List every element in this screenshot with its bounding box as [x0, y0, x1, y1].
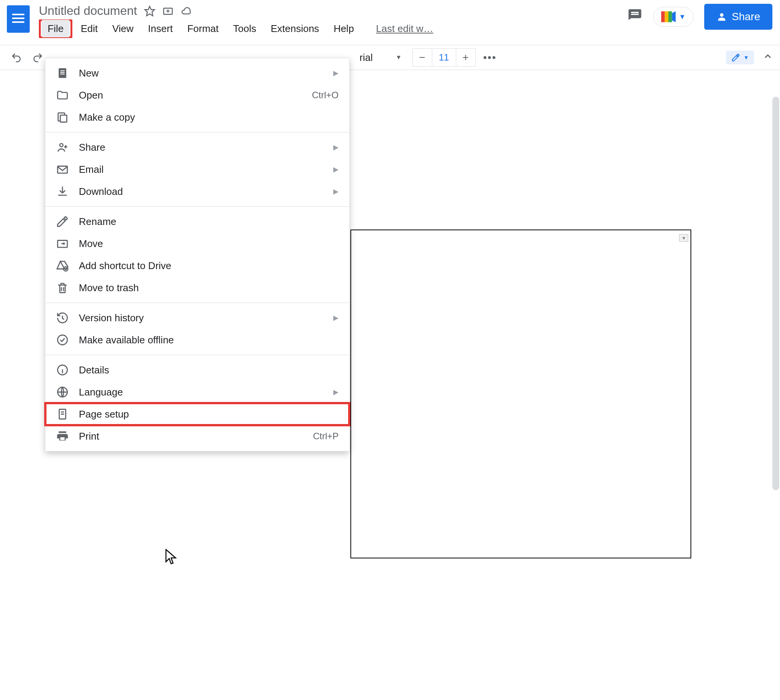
menu-item-rename[interactable]: Rename — [45, 210, 349, 233]
menu-item-make-a-copy[interactable]: Make a copy — [45, 106, 349, 128]
menu-format[interactable]: Format — [181, 20, 225, 38]
menu-item-version-history[interactable]: Version history▶ — [45, 307, 349, 329]
chevron-down-icon: ▼ — [679, 13, 686, 21]
font-size-input[interactable] — [432, 49, 456, 66]
print-icon — [56, 430, 69, 443]
submenu-arrow-icon: ▶ — [333, 388, 339, 396]
vertical-scrollbar[interactable] — [772, 97, 779, 490]
menu-extensions[interactable]: Extensions — [265, 20, 325, 38]
toolbar-overflow[interactable]: ••• — [483, 52, 497, 63]
doc-icon — [56, 67, 69, 80]
offline-icon — [56, 333, 69, 347]
font-size-decrease[interactable]: − — [413, 49, 432, 66]
submenu-arrow-icon: ▶ — [333, 165, 339, 173]
move-icon — [56, 237, 69, 250]
svg-rect-8 — [60, 72, 64, 73]
menu-item-move-to-trash[interactable]: Move to trash — [45, 277, 349, 299]
share-label: Share — [732, 11, 760, 23]
last-edit-link[interactable]: Last edit w… — [376, 23, 433, 35]
menu-item-label: Make available offline — [79, 334, 339, 346]
chevron-down-icon: ▼ — [743, 55, 749, 60]
svg-rect-3 — [665, 12, 669, 22]
star-icon[interactable] — [144, 5, 155, 17]
menu-item-label: Add shortcut to Drive — [79, 260, 339, 272]
menu-separator — [45, 206, 349, 207]
menu-separator — [45, 355, 349, 355]
redo-button[interactable] — [28, 52, 47, 63]
menu-item-label: Move — [79, 238, 339, 250]
docs-logo[interactable] — [7, 5, 30, 33]
svg-point-11 — [60, 143, 63, 147]
menu-item-page-setup[interactable]: Page setup — [45, 403, 349, 425]
trash-icon — [56, 281, 69, 294]
menu-item-label: Email — [79, 164, 329, 175]
menu-item-new[interactable]: New▶ — [45, 62, 349, 84]
collapse-toolbar-button[interactable] — [762, 51, 773, 64]
drive-add-icon — [56, 259, 69, 272]
page-outline: ▾ — [351, 230, 691, 558]
cloud-status-icon[interactable] — [180, 5, 192, 17]
menu-item-label: Page setup — [79, 408, 339, 420]
menu-item-label: Language — [79, 387, 329, 398]
menu-item-move[interactable]: Move — [45, 233, 349, 255]
download-icon — [56, 185, 69, 198]
pencil-icon — [56, 215, 69, 228]
menu-item-label: Rename — [79, 216, 339, 228]
svg-rect-2 — [661, 12, 665, 22]
edit-mode-dropdown[interactable]: ▼ — [726, 51, 754, 64]
submenu-arrow-icon: ▶ — [333, 69, 339, 77]
menu-item-add-shortcut-to-drive[interactable]: Add shortcut to Drive — [45, 255, 349, 277]
menu-item-share[interactable]: Share▶ — [45, 136, 349, 158]
menu-item-email[interactable]: Email▶ — [45, 158, 349, 180]
menu-file[interactable]: File — [42, 20, 70, 37]
copy-icon — [56, 111, 69, 124]
font-family-dropdown[interactable]: rial ▼ — [359, 52, 406, 63]
move-icon[interactable] — [162, 5, 174, 17]
font-family-label: rial — [359, 52, 373, 63]
svg-rect-6 — [58, 68, 66, 78]
comments-button[interactable] — [627, 8, 643, 25]
menu-separator — [45, 132, 349, 132]
menu-item-shortcut: Ctrl+P — [313, 431, 339, 442]
share-button[interactable]: Share — [704, 4, 772, 30]
menu-item-label: Details — [79, 364, 339, 376]
submenu-arrow-icon: ▶ — [333, 313, 339, 322]
page-icon — [56, 408, 69, 421]
header: Untitled document File Edit View Insert … — [0, 0, 780, 38]
menu-item-label: Make a copy — [79, 112, 339, 123]
menu-help[interactable]: Help — [327, 20, 360, 38]
menu-item-details[interactable]: Details — [45, 359, 349, 381]
font-size-increase[interactable]: + — [456, 49, 475, 66]
menu-item-download[interactable]: Download▶ — [45, 180, 349, 203]
file-menu-highlight: File — [39, 19, 72, 38]
submenu-arrow-icon: ▶ — [333, 187, 339, 196]
document-title[interactable]: Untitled document — [39, 4, 137, 18]
menu-edit[interactable]: Edit — [75, 20, 104, 38]
meet-button[interactable]: ▼ — [653, 7, 693, 27]
svg-marker-0 — [145, 6, 154, 16]
page-options-widget[interactable]: ▾ — [679, 234, 688, 242]
menu-item-open[interactable]: OpenCtrl+O — [45, 84, 349, 106]
menu-view[interactable]: View — [106, 20, 140, 38]
svg-rect-10 — [60, 115, 67, 122]
info-icon — [56, 363, 69, 377]
svg-rect-7 — [60, 70, 64, 71]
globe-icon — [56, 386, 69, 398]
menu-item-label: Open — [79, 90, 312, 101]
svg-marker-5 — [672, 12, 676, 22]
svg-point-15 — [57, 335, 67, 345]
menu-tools[interactable]: Tools — [227, 20, 262, 38]
mouse-cursor — [165, 549, 178, 566]
svg-rect-4 — [668, 12, 672, 22]
menu-item-language[interactable]: Language▶ — [45, 381, 349, 403]
folder-icon — [56, 89, 69, 102]
menu-insert[interactable]: Insert — [142, 20, 179, 38]
menu-item-label: Move to trash — [79, 282, 339, 294]
font-size-stepper: − + — [413, 48, 476, 67]
file-dropdown: New▶OpenCtrl+OMake a copyShare▶Email▶Dow… — [45, 58, 350, 452]
menu-separator — [45, 303, 349, 303]
menu-item-make-available-offline[interactable]: Make available offline — [45, 329, 349, 351]
menu-item-label: Share — [79, 142, 329, 153]
menu-item-print[interactable]: PrintCtrl+P — [45, 425, 349, 447]
undo-button[interactable] — [7, 52, 26, 63]
